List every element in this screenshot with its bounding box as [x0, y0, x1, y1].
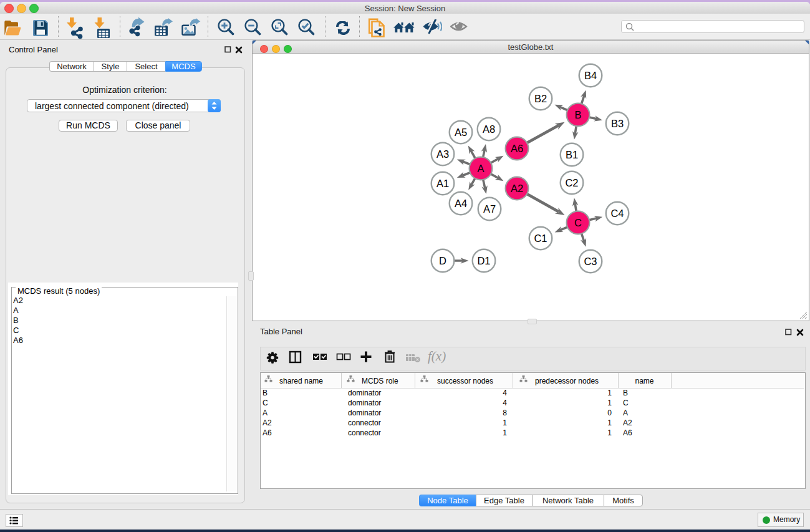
svg-text:B: B: [574, 109, 581, 120]
svg-text:D: D: [439, 255, 446, 266]
svg-text:C1: C1: [534, 233, 547, 244]
svg-text:C2: C2: [565, 177, 578, 188]
svg-text:B4: B4: [584, 70, 597, 81]
svg-text:A3: A3: [436, 148, 449, 160]
svg-text:B1: B1: [566, 149, 578, 160]
svg-text:C4: C4: [610, 208, 624, 219]
svg-text:B3: B3: [611, 118, 624, 129]
svg-text:A1: A1: [436, 178, 449, 189]
svg-text:A2: A2: [511, 183, 523, 194]
svg-text:A4: A4: [455, 198, 467, 209]
svg-text:D1: D1: [477, 255, 490, 266]
svg-text:B2: B2: [534, 93, 547, 104]
svg-text:C3: C3: [584, 256, 597, 267]
svg-text:C: C: [574, 217, 582, 228]
svg-text:A: A: [477, 163, 484, 174]
svg-text:A5: A5: [455, 127, 467, 138]
svg-text:A8: A8: [483, 123, 495, 135]
svg-text:A6: A6: [511, 143, 523, 154]
svg-text:A7: A7: [483, 203, 496, 215]
